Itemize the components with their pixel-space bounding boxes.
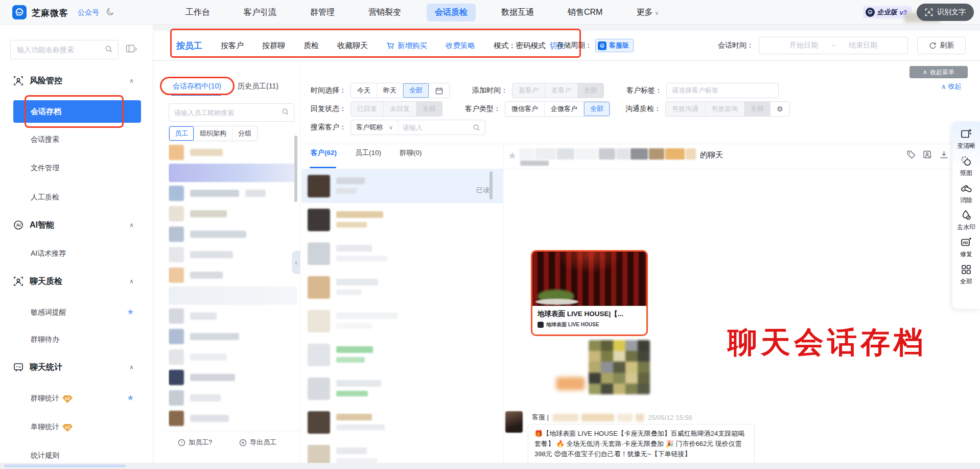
- sidebar-search-box[interactable]: [10, 40, 119, 59]
- download-icon[interactable]: [939, 150, 949, 160]
- dark-mode-icon[interactable]: [106, 7, 115, 16]
- tab-by-group[interactable]: 按群聊: [262, 41, 285, 51]
- customer-row[interactable]: 已读: [301, 169, 503, 203]
- tool-all[interactable]: 全部: [952, 263, 980, 286]
- tag-icon[interactable]: [906, 150, 916, 160]
- nav-data-sync[interactable]: 数据互通: [484, 4, 551, 21]
- added-all-button[interactable]: 全部: [578, 83, 603, 98]
- horizontal-scrollbar[interactable]: [4, 464, 126, 467]
- tool-repair[interactable]: HD 修复: [952, 236, 980, 259]
- sidebar-item-manual-qc[interactable]: 人工质检: [31, 191, 59, 203]
- tab-archiving-employees[interactable]: 会话存档中(10): [173, 82, 221, 91]
- sidebar-item-session-search[interactable]: 会话搜索: [31, 133, 59, 145]
- customer-row[interactable]: [301, 406, 503, 439]
- chevron-up-icon[interactable]: ∧: [129, 362, 134, 373]
- comm-all-button[interactable]: 全部: [744, 102, 771, 116]
- tab-customers[interactable]: 客户(62): [311, 148, 337, 158]
- ctype-all-button[interactable]: 全部: [584, 102, 610, 116]
- employee-row[interactable]: [169, 388, 297, 408]
- employee-row[interactable]: [169, 326, 297, 347]
- tool-cutout[interactable]: 抠图: [952, 155, 980, 177]
- chevron-up-icon[interactable]: ∧: [129, 75, 134, 86]
- nav-workbench[interactable]: 工作台: [169, 4, 227, 21]
- customer-row[interactable]: [301, 203, 503, 237]
- sidebar-item-session-archive[interactable]: 会话存档: [13, 100, 141, 123]
- customer-row[interactable]: [301, 271, 503, 304]
- employee-row[interactable]: [169, 285, 297, 306]
- nav-sales-crm[interactable]: 销售CRM: [551, 4, 619, 21]
- chevron-up-icon[interactable]: ∧: [129, 276, 134, 287]
- employee-row[interactable]: [169, 224, 297, 244]
- tool-erase[interactable]: 消除: [952, 182, 980, 205]
- nav-session-quality[interactable]: 会话质检: [427, 4, 476, 21]
- message-bubble[interactable]: 🎁【地球表面 LIVE HOUSE【卡座无限叠加】百威红瓶啤酒24支踩箱喝套餐】…: [528, 424, 755, 464]
- comm-consult-button[interactable]: 有效咨询: [705, 102, 744, 116]
- tab-groups[interactable]: 群聊(0): [400, 148, 422, 158]
- employee-row[interactable]: [169, 265, 297, 285]
- tool-clarify[interactable]: 变清晰: [952, 128, 980, 150]
- public-account-link[interactable]: 公众号: [78, 8, 99, 17]
- customer-row[interactable]: [301, 304, 503, 338]
- employee-row[interactable]: [169, 142, 297, 163]
- sidebar-group-chat-stats[interactable]: 聊天统计: [13, 362, 62, 373]
- refresh-button[interactable]: 刷新: [917, 37, 966, 54]
- employee-row[interactable]: [169, 204, 297, 224]
- employee-row[interactable]: [169, 347, 297, 367]
- comm-valid-button[interactable]: 有效沟通: [666, 102, 705, 116]
- tab-employees[interactable]: 员工(10): [355, 148, 381, 158]
- date-range-picker[interactable]: 开始日期 ~ 结束日期: [759, 37, 908, 54]
- employee-row[interactable]: [169, 163, 297, 183]
- sidebar-item-group-stats[interactable]: 群聊统计v2: [31, 392, 73, 404]
- sidebar-item-stats-rules[interactable]: 统计规则: [31, 450, 59, 461]
- chevron-up-icon[interactable]: ∧: [129, 219, 134, 231]
- sidebar-item-file-management[interactable]: 文件管理: [31, 162, 59, 173]
- collapse-sidebar-icon[interactable]: [126, 44, 137, 54]
- favorite-star-icon[interactable]: ★: [127, 307, 134, 317]
- tab-history-employees[interactable]: 历史员工(11): [238, 82, 278, 91]
- export-employee-link[interactable]: 导出员工: [239, 438, 276, 447]
- star-favorite-icon[interactable]: ★: [508, 150, 517, 162]
- sidebar-group-chat-qc[interactable]: 聊天质检: [13, 276, 62, 287]
- employee-search-input[interactable]: [174, 104, 276, 121]
- nav-marketing-fission[interactable]: 营销裂变: [352, 4, 418, 21]
- tab-qc[interactable]: 质检: [304, 41, 319, 51]
- comm-settings-button[interactable]: ⚙: [771, 102, 789, 116]
- employee-row[interactable]: [169, 367, 297, 388]
- ocr-button[interactable]: A 识别文字: [917, 4, 974, 21]
- favorite-star-icon[interactable]: ★: [127, 393, 134, 403]
- portrait-edit-icon[interactable]: [923, 150, 932, 160]
- tab-by-customer[interactable]: 按客户: [221, 41, 244, 51]
- nav-group-management[interactable]: 群管理: [293, 4, 352, 21]
- blurred-image-message[interactable]: [589, 340, 650, 394]
- new-purchase-link[interactable]: 新增购买: [386, 41, 427, 51]
- segment-employee[interactable]: 员工: [169, 126, 194, 141]
- sidebar-search-input[interactable]: [17, 40, 99, 59]
- ctype-work-button[interactable]: 企微客户: [545, 102, 584, 116]
- customer-row[interactable]: [301, 439, 503, 463]
- ctype-wechat-button[interactable]: 微信客户: [505, 102, 545, 116]
- panel-collapse-handle[interactable]: ‹: [292, 251, 300, 274]
- product-card-message[interactable]: 地球表面 LIVE HOUSE|【... 地球表面 LIVE HOUSE: [531, 250, 648, 336]
- collapse-menu-tag[interactable]: ∧ 收起菜单: [909, 66, 968, 78]
- customer-row[interactable]: [301, 338, 503, 372]
- employee-search-box[interactable]: [169, 103, 294, 122]
- customer-tag-select[interactable]: 请选择客户标签: [666, 83, 779, 98]
- segment-group[interactable]: 分组: [232, 126, 257, 141]
- sidebar-group-risk[interactable]: 风险管控: [13, 75, 62, 86]
- tab-by-employee[interactable]: 按员工: [176, 40, 202, 52]
- employee-row[interactable]: [169, 306, 297, 326]
- segment-org[interactable]: 组织架构: [194, 126, 232, 141]
- sidebar-item-single-stats[interactable]: 单聊统计v2: [31, 421, 73, 432]
- employee-scrollbar[interactable]: [294, 136, 297, 202]
- added-old-button[interactable]: 老客户: [545, 83, 578, 98]
- nav-more[interactable]: 更多∨: [619, 4, 675, 21]
- add-employee-link[interactable]: ? 加员工?: [178, 438, 212, 447]
- customer-row[interactable]: [301, 372, 503, 406]
- sidebar-item-group-todo[interactable]: 群聊待办: [31, 333, 59, 345]
- bottom-scroll-strip[interactable]: [0, 463, 980, 469]
- added-new-button[interactable]: 新客户: [512, 83, 545, 98]
- nav-customer-acquisition[interactable]: 客户引流: [227, 4, 293, 21]
- sidebar-group-ai[interactable]: Ai AI智能: [13, 219, 54, 231]
- employee-row[interactable]: [169, 244, 297, 265]
- customer-row[interactable]: [301, 237, 503, 271]
